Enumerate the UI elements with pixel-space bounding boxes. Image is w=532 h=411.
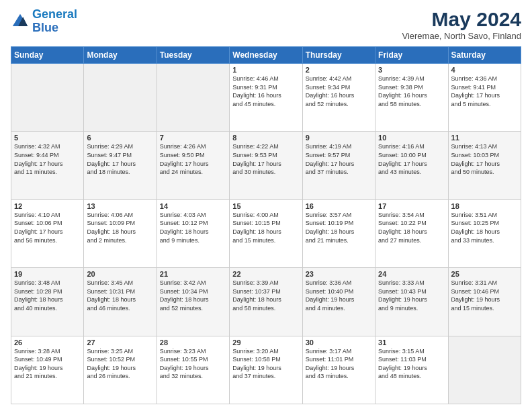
day-info: Sunrise: 4:42 AM Sunset: 9:34 PM Dayligh… bbox=[306, 75, 372, 108]
calendar-cell: 9Sunrise: 4:19 AM Sunset: 9:57 PM Daylig… bbox=[302, 132, 375, 199]
calendar-cell: 4Sunrise: 4:36 AM Sunset: 9:41 PM Daylig… bbox=[448, 64, 521, 132]
day-info: Sunrise: 3:33 AM Sunset: 10:43 PM Daylig… bbox=[378, 279, 445, 312]
calendar-cell: 6Sunrise: 4:29 AM Sunset: 9:47 PM Daylig… bbox=[84, 132, 157, 199]
calendar-cell: 5Sunrise: 4:32 AM Sunset: 9:44 PM Daylig… bbox=[11, 132, 84, 199]
calendar-cell: 11Sunrise: 4:13 AM Sunset: 10:03 PM Dayl… bbox=[448, 132, 521, 199]
main-title: May 2024 bbox=[402, 8, 521, 31]
day-info: Sunrise: 4:03 AM Sunset: 10:12 PM Daylig… bbox=[160, 211, 226, 244]
day-info: Sunrise: 3:51 AM Sunset: 10:25 PM Daylig… bbox=[451, 211, 518, 244]
day-number: 28 bbox=[160, 338, 226, 347]
calendar-header-row: SundayMondayTuesdayWednesdayThursdayFrid… bbox=[11, 47, 521, 64]
day-number: 26 bbox=[14, 338, 81, 347]
day-number: 21 bbox=[160, 270, 226, 278]
day-number: 31 bbox=[378, 338, 445, 347]
day-number: 14 bbox=[160, 202, 226, 210]
header: General Blue May 2024 Vieremae, North Sa… bbox=[11, 8, 521, 41]
day-number: 19 bbox=[14, 270, 81, 278]
day-info: Sunrise: 3:15 AM Sunset: 11:03 PM Daylig… bbox=[378, 347, 445, 381]
calendar-week-row: 1Sunrise: 4:46 AM Sunset: 9:31 PM Daylig… bbox=[11, 64, 521, 132]
day-info: Sunrise: 4:46 AM Sunset: 9:31 PM Dayligh… bbox=[232, 75, 299, 108]
day-info: Sunrise: 3:39 AM Sunset: 10:37 PM Daylig… bbox=[232, 279, 299, 312]
day-info: Sunrise: 3:23 AM Sunset: 10:55 PM Daylig… bbox=[160, 347, 226, 381]
day-number: 25 bbox=[451, 270, 518, 278]
calendar-cell: 20Sunrise: 3:45 AM Sunset: 10:31 PM Dayl… bbox=[84, 268, 157, 336]
day-number: 6 bbox=[87, 134, 153, 142]
day-info: Sunrise: 3:36 AM Sunset: 10:40 PM Daylig… bbox=[306, 279, 372, 312]
calendar-cell: 2Sunrise: 4:42 AM Sunset: 9:34 PM Daylig… bbox=[302, 64, 375, 132]
day-number: 15 bbox=[232, 202, 299, 210]
day-number: 23 bbox=[306, 270, 372, 278]
day-info: Sunrise: 4:00 AM Sunset: 10:15 PM Daylig… bbox=[232, 211, 299, 244]
day-info: Sunrise: 4:13 AM Sunset: 10:03 PM Daylig… bbox=[451, 142, 518, 176]
calendar-week-row: 5Sunrise: 4:32 AM Sunset: 9:44 PM Daylig… bbox=[11, 132, 521, 199]
day-number: 7 bbox=[160, 134, 226, 142]
day-info: Sunrise: 4:16 AM Sunset: 10:00 PM Daylig… bbox=[378, 142, 445, 176]
day-info: Sunrise: 3:48 AM Sunset: 10:28 PM Daylig… bbox=[14, 279, 81, 312]
weekday-header: Monday bbox=[84, 47, 157, 64]
calendar-cell: 27Sunrise: 3:25 AM Sunset: 10:52 PM Dayl… bbox=[84, 336, 157, 404]
day-number: 4 bbox=[451, 66, 518, 74]
day-number: 10 bbox=[378, 134, 445, 142]
calendar-cell: 26Sunrise: 3:28 AM Sunset: 10:49 PM Dayl… bbox=[11, 336, 84, 404]
logo-text: General Blue bbox=[32, 8, 77, 35]
calendar-cell: 28Sunrise: 3:23 AM Sunset: 10:55 PM Dayl… bbox=[157, 336, 229, 404]
calendar-cell: 12Sunrise: 4:10 AM Sunset: 10:06 PM Dayl… bbox=[11, 199, 84, 267]
calendar-cell: 15Sunrise: 4:00 AM Sunset: 10:15 PM Dayl… bbox=[230, 199, 302, 267]
day-number: 20 bbox=[87, 270, 153, 278]
day-info: Sunrise: 3:45 AM Sunset: 10:31 PM Daylig… bbox=[87, 279, 153, 312]
weekday-header: Wednesday bbox=[230, 47, 302, 64]
calendar-cell: 17Sunrise: 3:54 AM Sunset: 10:22 PM Dayl… bbox=[375, 199, 448, 267]
calendar-cell: 1Sunrise: 4:46 AM Sunset: 9:31 PM Daylig… bbox=[230, 64, 302, 132]
calendar-cell: 23Sunrise: 3:36 AM Sunset: 10:40 PM Dayl… bbox=[302, 268, 375, 336]
calendar-table: SundayMondayTuesdayWednesdayThursdayFrid… bbox=[11, 46, 521, 404]
day-info: Sunrise: 4:39 AM Sunset: 9:38 PM Dayligh… bbox=[378, 75, 445, 108]
day-number: 29 bbox=[232, 338, 299, 347]
day-info: Sunrise: 3:42 AM Sunset: 10:34 PM Daylig… bbox=[160, 279, 226, 312]
calendar-week-row: 19Sunrise: 3:48 AM Sunset: 10:28 PM Dayl… bbox=[11, 268, 521, 336]
day-number: 22 bbox=[232, 270, 299, 278]
day-number: 17 bbox=[378, 202, 445, 210]
calendar-cell bbox=[11, 64, 84, 132]
title-block: May 2024 Vieremae, North Savo, Finland bbox=[402, 8, 521, 41]
day-number: 27 bbox=[87, 338, 153, 347]
calendar-cell: 19Sunrise: 3:48 AM Sunset: 10:28 PM Dayl… bbox=[11, 268, 84, 336]
day-info: Sunrise: 3:31 AM Sunset: 10:46 PM Daylig… bbox=[451, 279, 518, 312]
calendar-cell: 16Sunrise: 3:57 AM Sunset: 10:19 PM Dayl… bbox=[302, 199, 375, 267]
calendar-cell bbox=[84, 64, 157, 132]
page: General Blue May 2024 Vieremae, North Sa… bbox=[0, 0, 532, 411]
calendar-cell: 18Sunrise: 3:51 AM Sunset: 10:25 PM Dayl… bbox=[448, 199, 521, 267]
day-number: 9 bbox=[306, 134, 372, 142]
calendar-cell: 21Sunrise: 3:42 AM Sunset: 10:34 PM Dayl… bbox=[157, 268, 229, 336]
day-info: Sunrise: 4:22 AM Sunset: 9:53 PM Dayligh… bbox=[232, 142, 299, 176]
calendar-cell: 25Sunrise: 3:31 AM Sunset: 10:46 PM Dayl… bbox=[448, 268, 521, 336]
calendar-week-row: 26Sunrise: 3:28 AM Sunset: 10:49 PM Dayl… bbox=[11, 336, 521, 404]
calendar-cell: 13Sunrise: 4:06 AM Sunset: 10:09 PM Dayl… bbox=[84, 199, 157, 267]
calendar-cell bbox=[448, 336, 521, 404]
logo-icon bbox=[11, 12, 30, 31]
calendar-cell: 30Sunrise: 3:17 AM Sunset: 11:01 PM Dayl… bbox=[302, 336, 375, 404]
calendar-cell: 22Sunrise: 3:39 AM Sunset: 10:37 PM Dayl… bbox=[230, 268, 302, 336]
calendar-cell: 8Sunrise: 4:22 AM Sunset: 9:53 PM Daylig… bbox=[230, 132, 302, 199]
day-number: 11 bbox=[451, 134, 518, 142]
calendar-cell: 31Sunrise: 3:15 AM Sunset: 11:03 PM Dayl… bbox=[375, 336, 448, 404]
logo: General Blue bbox=[11, 8, 77, 35]
logo-line2: Blue bbox=[32, 21, 58, 34]
subtitle: Vieremae, North Savo, Finland bbox=[402, 31, 521, 41]
calendar-cell: 29Sunrise: 3:20 AM Sunset: 10:58 PM Dayl… bbox=[230, 336, 302, 404]
day-number: 24 bbox=[378, 270, 445, 278]
day-info: Sunrise: 4:06 AM Sunset: 10:09 PM Daylig… bbox=[87, 211, 153, 244]
weekday-header: Thursday bbox=[302, 47, 375, 64]
day-number: 3 bbox=[378, 66, 445, 74]
day-info: Sunrise: 4:19 AM Sunset: 9:57 PM Dayligh… bbox=[306, 142, 372, 176]
day-info: Sunrise: 3:20 AM Sunset: 10:58 PM Daylig… bbox=[232, 347, 299, 381]
day-info: Sunrise: 4:29 AM Sunset: 9:47 PM Dayligh… bbox=[87, 142, 153, 176]
day-number: 18 bbox=[451, 202, 518, 210]
calendar-cell: 14Sunrise: 4:03 AM Sunset: 10:12 PM Dayl… bbox=[157, 199, 229, 267]
day-info: Sunrise: 4:26 AM Sunset: 9:50 PM Dayligh… bbox=[160, 142, 226, 176]
day-number: 8 bbox=[232, 134, 299, 142]
day-number: 5 bbox=[14, 134, 81, 142]
day-number: 2 bbox=[306, 66, 372, 74]
day-number: 16 bbox=[306, 202, 372, 210]
calendar-cell: 10Sunrise: 4:16 AM Sunset: 10:00 PM Dayl… bbox=[375, 132, 448, 199]
calendar-cell: 3Sunrise: 4:39 AM Sunset: 9:38 PM Daylig… bbox=[375, 64, 448, 132]
